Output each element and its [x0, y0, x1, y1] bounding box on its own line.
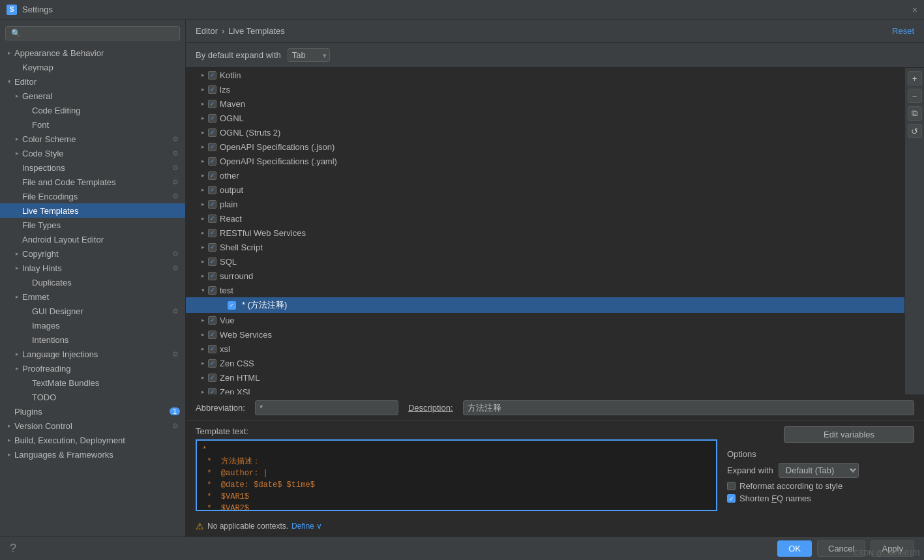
- template-checkbox[interactable]: [208, 85, 216, 94]
- expand-arrow: [199, 71, 207, 79]
- list-item[interactable]: SQL: [186, 254, 904, 269]
- list-item[interactable]: xsl: [186, 342, 904, 356]
- edit-variables-button[interactable]: Edit variables: [784, 426, 914, 443]
- search-input[interactable]: [5, 26, 180, 40]
- sidebar-item-emmet[interactable]: Emmet: [0, 289, 185, 304]
- sidebar-item-appearance[interactable]: Appearance & Behavior: [0, 46, 185, 60]
- sidebar-item-language-injections[interactable]: Language Injections ⚙: [0, 347, 185, 361]
- copy-button[interactable]: ⧉: [908, 106, 922, 121]
- list-item[interactable]: surround: [186, 269, 904, 283]
- template-checkbox[interactable]: [208, 171, 216, 180]
- sidebar-item-todo[interactable]: TODO: [0, 390, 185, 404]
- list-item[interactable]: output: [186, 183, 904, 197]
- list-item[interactable]: Zen XSL: [186, 385, 904, 394]
- sidebar-item-editor[interactable]: Editor: [0, 74, 185, 89]
- template-checkbox[interactable]: [208, 359, 216, 368]
- template-checkbox[interactable]: [208, 157, 216, 166]
- list-item[interactable]: test: [186, 283, 904, 297]
- list-item[interactable]: Zen HTML: [186, 370, 904, 385]
- sidebar-item-version-control[interactable]: Version Control ⚙: [0, 419, 185, 433]
- template-checkbox[interactable]: [208, 316, 216, 325]
- template-checkbox[interactable]: [228, 301, 236, 310]
- template-checkbox[interactable]: [208, 286, 216, 295]
- sidebar-item-font[interactable]: Font: [0, 117, 185, 132]
- revert-button[interactable]: ↺: [908, 124, 922, 138]
- list-item[interactable]: Zen CSS: [186, 356, 904, 370]
- template-checkbox[interactable]: [208, 200, 216, 209]
- template-checkbox[interactable]: [208, 114, 216, 123]
- list-item[interactable]: Vue: [186, 313, 904, 327]
- sidebar-item-languages-frameworks[interactable]: Languages & Frameworks: [0, 447, 185, 462]
- sidebar-item-duplicates[interactable]: Duplicates: [0, 275, 185, 289]
- list-item[interactable]: Kotlin: [186, 68, 904, 82]
- sidebar-item-inlay-hints[interactable]: Inlay Hints ⚙: [0, 261, 185, 275]
- sidebar-item-keymap[interactable]: Keymap: [0, 60, 185, 74]
- list-item[interactable]: Web Services: [186, 327, 904, 342]
- sidebar-item-file-types[interactable]: File Types: [0, 218, 185, 232]
- close-button[interactable]: ×: [912, 5, 917, 15]
- template-checkbox[interactable]: [208, 258, 216, 266]
- template-checkbox[interactable]: [208, 214, 216, 223]
- template-checkbox[interactable]: [208, 128, 216, 137]
- reformat-checkbox[interactable]: [727, 482, 736, 490]
- list-item[interactable]: OpenAPI Specifications (.json): [186, 140, 904, 154]
- description-input[interactable]: [463, 400, 914, 415]
- sidebar-item-android-layout[interactable]: Android Layout Editor: [0, 232, 185, 246]
- expand-arrow: [5, 49, 13, 57]
- shorten-fq-checkbox[interactable]: [727, 494, 736, 503]
- list-item[interactable]: OpenAPI Specifications (.yaml): [186, 154, 904, 168]
- sidebar-item-copyright[interactable]: Copyright ⚙: [0, 246, 185, 261]
- expand-with-select[interactable]: Tab Enter Space: [288, 48, 330, 62]
- reset-button[interactable]: Reset: [892, 26, 914, 36]
- sidebar-item-intentions[interactable]: Intentions: [0, 332, 185, 347]
- sidebar-item-color-scheme[interactable]: Color Scheme ⚙: [0, 132, 185, 146]
- sidebar-item-build-execution[interactable]: Build, Execution, Deployment: [0, 433, 185, 447]
- list-item[interactable]: lzs: [186, 82, 904, 96]
- sidebar-item-general[interactable]: General: [0, 89, 185, 103]
- template-checkbox[interactable]: [208, 71, 216, 80]
- list-item[interactable]: Maven: [186, 96, 904, 111]
- template-checkbox[interactable]: [208, 272, 216, 280]
- list-item[interactable]: Shell Script: [186, 240, 904, 254]
- template-checkbox[interactable]: [208, 186, 216, 194]
- template-checkbox[interactable]: [208, 243, 216, 252]
- sidebar-item-file-encodings[interactable]: File Encodings ⚙: [0, 189, 185, 203]
- ok-button[interactable]: OK: [777, 540, 812, 557]
- right-panel: Editor › Live Templates Reset By default…: [186, 20, 924, 537]
- sidebar-item-file-code-templates[interactable]: File and Code Templates ⚙: [0, 175, 185, 189]
- sidebar-item-inspections[interactable]: Inspections ⚙: [0, 160, 185, 175]
- sidebar-item-proofreading[interactable]: Proofreading: [0, 361, 185, 376]
- list-item[interactable]: OGNL (Struts 2): [186, 125, 904, 140]
- template-checkbox[interactable]: [208, 229, 216, 237]
- expand-with-select[interactable]: Default (Tab) Tab Enter Space: [779, 463, 859, 478]
- list-item-selected[interactable]: * (方法注释): [186, 297, 904, 313]
- expand-arrow: [199, 388, 207, 394]
- expand-with-wrapper: Tab Enter Space: [288, 48, 330, 62]
- help-button[interactable]: ?: [10, 542, 16, 555]
- template-textarea[interactable]: * * 方法描述： * @author: | * @date: $date$ $…: [196, 439, 717, 511]
- abbreviation-input[interactable]: [255, 400, 398, 415]
- remove-button[interactable]: −: [908, 89, 922, 103]
- list-item[interactable]: plain: [186, 197, 904, 211]
- sidebar-item-code-editing[interactable]: Code Editing: [0, 103, 185, 117]
- list-item[interactable]: React: [186, 211, 904, 226]
- sidebar-item-images[interactable]: Images: [0, 318, 185, 332]
- sidebar-item-live-templates[interactable]: Live Templates: [0, 203, 185, 218]
- template-checkbox[interactable]: [208, 143, 216, 151]
- breadcrumb-current: Live Templates: [228, 26, 284, 36]
- template-checkbox[interactable]: [208, 100, 216, 108]
- sidebar-item-textmate-bundles[interactable]: TextMate Bundles: [0, 376, 185, 390]
- list-item[interactable]: RESTful Web Services: [186, 226, 904, 240]
- template-checkbox[interactable]: [208, 345, 216, 353]
- list-item[interactable]: OGNL: [186, 111, 904, 125]
- list-item[interactable]: other: [186, 168, 904, 183]
- template-checkbox[interactable]: [208, 331, 216, 339]
- template-checkbox[interactable]: [208, 388, 216, 395]
- define-link[interactable]: Define ∨: [291, 522, 322, 531]
- sidebar-item-plugins[interactable]: Plugins 1: [0, 404, 185, 419]
- template-list: Kotlin lzs Maven: [186, 68, 904, 394]
- add-button[interactable]: +: [908, 71, 922, 85]
- sidebar-item-code-style[interactable]: Code Style ⚙: [0, 146, 185, 160]
- template-checkbox[interactable]: [208, 374, 216, 382]
- sidebar-item-gui-designer[interactable]: GUI Designer ⚙: [0, 304, 185, 318]
